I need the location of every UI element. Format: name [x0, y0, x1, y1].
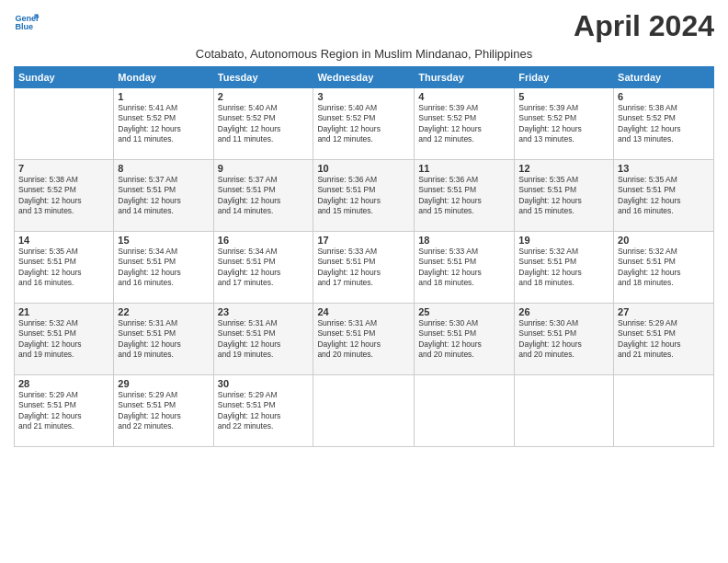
day-info: Sunrise: 5:40 AM Sunset: 5:52 PM Dayligh… [218, 103, 310, 145]
day-number: 1 [118, 91, 209, 102]
calendar-cell: 3Sunrise: 5:40 AM Sunset: 5:52 PM Daylig… [313, 88, 415, 160]
week-row-5: 28Sunrise: 5:29 AM Sunset: 5:51 PM Dayli… [15, 375, 714, 447]
svg-text:Blue: Blue [15, 22, 33, 31]
day-info: Sunrise: 5:31 AM Sunset: 5:51 PM Dayligh… [317, 318, 410, 361]
day-info: Sunrise: 5:36 AM Sunset: 5:51 PM Dayligh… [418, 175, 510, 217]
day-number: 8 [118, 163, 209, 174]
day-number: 19 [518, 235, 609, 246]
day-info: Sunrise: 5:33 AM Sunset: 5:51 PM Dayligh… [317, 247, 410, 289]
calendar-cell: 12Sunrise: 5:35 AM Sunset: 5:51 PM Dayli… [515, 160, 614, 232]
header: General Blue April 2024 [14, 9, 714, 43]
calendar-cell: 13Sunrise: 5:35 AM Sunset: 5:51 PM Dayli… [614, 160, 714, 232]
day-number: 21 [18, 306, 109, 317]
calendar-body: 1Sunrise: 5:41 AM Sunset: 5:52 PM Daylig… [15, 88, 714, 447]
day-number: 16 [218, 235, 310, 246]
logo: General Blue [14, 9, 40, 35]
day-info: Sunrise: 5:35 AM Sunset: 5:51 PM Dayligh… [518, 175, 609, 217]
logo-icon: General Blue [14, 9, 40, 35]
day-info: Sunrise: 5:39 AM Sunset: 5:52 PM Dayligh… [518, 103, 609, 145]
day-info: Sunrise: 5:39 AM Sunset: 5:52 PM Dayligh… [418, 103, 510, 145]
calendar-cell [614, 375, 714, 447]
calendar-cell: 28Sunrise: 5:29 AM Sunset: 5:51 PM Dayli… [15, 375, 114, 447]
calendar-cell: 4Sunrise: 5:39 AM Sunset: 5:52 PM Daylig… [415, 88, 515, 160]
header-day-monday: Monday [114, 67, 213, 88]
day-info: Sunrise: 5:31 AM Sunset: 5:51 PM Dayligh… [218, 318, 310, 361]
day-number: 25 [418, 306, 510, 317]
day-info: Sunrise: 5:30 AM Sunset: 5:51 PM Dayligh… [518, 318, 609, 361]
day-info: Sunrise: 5:37 AM Sunset: 5:51 PM Dayligh… [218, 175, 310, 217]
calendar-cell: 23Sunrise: 5:31 AM Sunset: 5:51 PM Dayli… [213, 304, 313, 375]
calendar-cell: 16Sunrise: 5:34 AM Sunset: 5:51 PM Dayli… [213, 232, 313, 304]
calendar-cell: 27Sunrise: 5:29 AM Sunset: 5:51 PM Dayli… [614, 304, 714, 375]
header-day-saturday: Saturday [614, 67, 714, 88]
subtitle: Cotabato, Autonomous Region in Muslim Mi… [14, 47, 714, 61]
day-number: 22 [118, 306, 209, 317]
calendar-cell: 17Sunrise: 5:33 AM Sunset: 5:51 PM Dayli… [313, 232, 415, 304]
day-info: Sunrise: 5:29 AM Sunset: 5:51 PM Dayligh… [18, 390, 109, 432]
header-day-wednesday: Wednesday [313, 67, 415, 88]
day-info: Sunrise: 5:40 AM Sunset: 5:52 PM Dayligh… [317, 103, 410, 145]
calendar-cell: 21Sunrise: 5:32 AM Sunset: 5:51 PM Dayli… [15, 304, 114, 375]
day-info: Sunrise: 5:41 AM Sunset: 5:52 PM Dayligh… [118, 103, 209, 145]
calendar-cell: 6Sunrise: 5:38 AM Sunset: 5:52 PM Daylig… [614, 88, 714, 160]
week-row-4: 21Sunrise: 5:32 AM Sunset: 5:51 PM Dayli… [15, 304, 714, 375]
day-info: Sunrise: 5:32 AM Sunset: 5:51 PM Dayligh… [618, 247, 710, 289]
day-info: Sunrise: 5:38 AM Sunset: 5:52 PM Dayligh… [618, 103, 710, 145]
day-number: 26 [518, 306, 609, 317]
day-number: 29 [118, 378, 209, 389]
calendar-cell: 26Sunrise: 5:30 AM Sunset: 5:51 PM Dayli… [515, 304, 614, 375]
day-number: 14 [18, 235, 109, 246]
day-number: 10 [317, 163, 410, 174]
day-number: 18 [418, 235, 510, 246]
calendar-cell: 5Sunrise: 5:39 AM Sunset: 5:52 PM Daylig… [515, 88, 614, 160]
calendar-cell [515, 375, 614, 447]
calendar-header-row: SundayMondayTuesdayWednesdayThursdayFrid… [15, 67, 714, 88]
day-number: 23 [218, 306, 310, 317]
day-number: 2 [218, 91, 310, 102]
calendar-cell: 7Sunrise: 5:38 AM Sunset: 5:52 PM Daylig… [15, 160, 114, 232]
day-info: Sunrise: 5:31 AM Sunset: 5:51 PM Dayligh… [118, 318, 209, 361]
day-number: 11 [418, 163, 510, 174]
day-number: 9 [218, 163, 310, 174]
calendar-cell: 18Sunrise: 5:33 AM Sunset: 5:51 PM Dayli… [415, 232, 515, 304]
day-number: 5 [518, 91, 609, 102]
day-number: 3 [317, 91, 410, 102]
day-info: Sunrise: 5:29 AM Sunset: 5:51 PM Dayligh… [118, 390, 209, 432]
calendar-cell: 8Sunrise: 5:37 AM Sunset: 5:51 PM Daylig… [114, 160, 213, 232]
day-number: 24 [317, 306, 410, 317]
calendar-cell: 30Sunrise: 5:29 AM Sunset: 5:51 PM Dayli… [213, 375, 313, 447]
day-info: Sunrise: 5:34 AM Sunset: 5:51 PM Dayligh… [118, 247, 209, 289]
calendar-cell: 14Sunrise: 5:35 AM Sunset: 5:51 PM Dayli… [15, 232, 114, 304]
calendar-cell: 9Sunrise: 5:37 AM Sunset: 5:51 PM Daylig… [213, 160, 313, 232]
day-info: Sunrise: 5:32 AM Sunset: 5:51 PM Dayligh… [18, 318, 109, 361]
header-day-thursday: Thursday [415, 67, 515, 88]
calendar-cell [15, 88, 114, 160]
day-number: 28 [18, 378, 109, 389]
day-info: Sunrise: 5:33 AM Sunset: 5:51 PM Dayligh… [418, 247, 510, 289]
day-info: Sunrise: 5:30 AM Sunset: 5:51 PM Dayligh… [418, 318, 510, 361]
day-number: 17 [317, 235, 410, 246]
calendar-page: General Blue April 2024 Cotabato, Autono… [0, 0, 728, 563]
day-number: 27 [618, 306, 710, 317]
header-day-sunday: Sunday [15, 67, 114, 88]
day-number: 13 [618, 163, 710, 174]
day-info: Sunrise: 5:38 AM Sunset: 5:52 PM Dayligh… [18, 175, 109, 217]
header-day-friday: Friday [515, 67, 614, 88]
week-row-1: 1Sunrise: 5:41 AM Sunset: 5:52 PM Daylig… [15, 88, 714, 160]
day-number: 7 [18, 163, 109, 174]
month-title: April 2024 [574, 9, 714, 43]
calendar-table: SundayMondayTuesdayWednesdayThursdayFrid… [14, 66, 714, 447]
calendar-cell: 15Sunrise: 5:34 AM Sunset: 5:51 PM Dayli… [114, 232, 213, 304]
calendar-cell [313, 375, 415, 447]
day-info: Sunrise: 5:37 AM Sunset: 5:51 PM Dayligh… [118, 175, 209, 217]
calendar-cell [415, 375, 515, 447]
day-number: 12 [518, 163, 609, 174]
calendar-cell: 10Sunrise: 5:36 AM Sunset: 5:51 PM Dayli… [313, 160, 415, 232]
calendar-cell: 1Sunrise: 5:41 AM Sunset: 5:52 PM Daylig… [114, 88, 213, 160]
day-info: Sunrise: 5:32 AM Sunset: 5:51 PM Dayligh… [518, 247, 609, 289]
day-info: Sunrise: 5:29 AM Sunset: 5:51 PM Dayligh… [618, 318, 710, 361]
calendar-cell: 29Sunrise: 5:29 AM Sunset: 5:51 PM Dayli… [114, 375, 213, 447]
day-number: 6 [618, 91, 710, 102]
calendar-cell: 2Sunrise: 5:40 AM Sunset: 5:52 PM Daylig… [213, 88, 313, 160]
day-number: 15 [118, 235, 209, 246]
